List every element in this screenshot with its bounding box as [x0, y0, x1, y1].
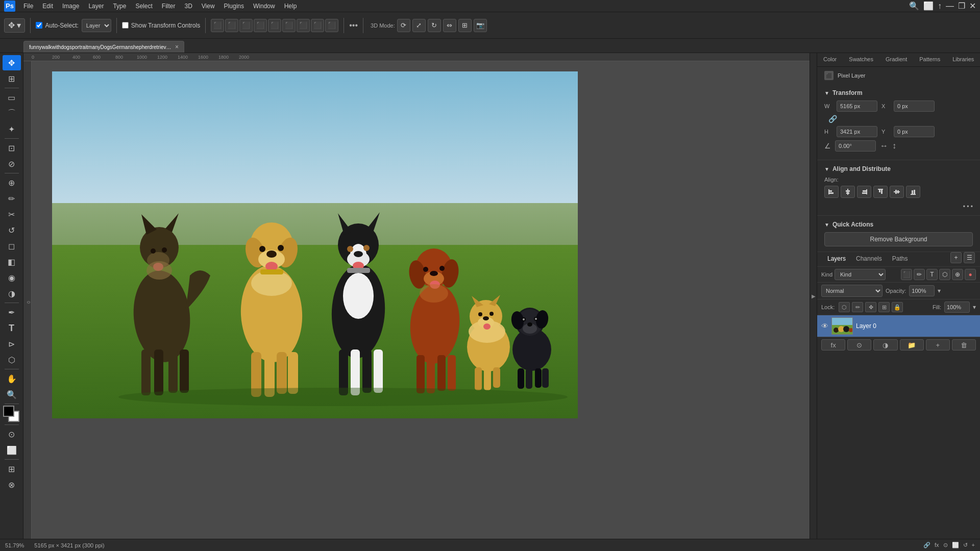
add-adjustment-btn[interactable]: ◑ — [873, 339, 897, 350]
filter-type-btn[interactable]: T — [926, 269, 938, 280]
tab-gradient[interactable]: Gradient — [879, 53, 913, 66]
extra-1-tool[interactable]: ⊗ — [3, 477, 21, 492]
layers-menu-button[interactable]: ☰ — [964, 252, 975, 263]
screen-mode-tool[interactable]: ⬜ — [3, 442, 21, 458]
move-tool-button[interactable]: ✥ ▾ — [4, 18, 25, 33]
lock-transparency-btn[interactable]: ⬡ — [839, 302, 850, 312]
paths-tab[interactable]: Paths — [887, 252, 913, 266]
eraser-tool[interactable]: ◻ — [3, 238, 21, 254]
link-icon[interactable]: 🔗 — [923, 542, 930, 548]
align-center-v-btn[interactable]: ⬛ — [268, 19, 281, 32]
width-input[interactable] — [837, 101, 877, 112]
channels-tab[interactable]: Channels — [851, 252, 887, 266]
show-transform-check[interactable]: Show Transform Controls — [122, 22, 200, 29]
move-tool[interactable]: ✥ — [3, 55, 21, 70]
align-left-edges-btn[interactable] — [824, 186, 839, 198]
zoom-tool[interactable]: 🔍 — [3, 387, 21, 402]
menu-view[interactable]: View — [198, 2, 219, 11]
menu-filter[interactable]: Filter — [158, 2, 180, 11]
document-tab[interactable]: funnywalkwithdogsportraitmanyDogsGermans… — [23, 41, 184, 53]
angle-input[interactable] — [835, 140, 876, 152]
flip-v-icon[interactable]: ↕ — [892, 141, 896, 151]
color-selector[interactable] — [3, 406, 20, 423]
align-bottom-btn[interactable]: ⬛ — [282, 19, 296, 32]
brush-tool[interactable]: ✏ — [3, 191, 21, 206]
layer-visibility-icon[interactable]: 👁 — [821, 322, 828, 330]
align-right-edges-btn[interactable] — [857, 186, 871, 198]
add-layer-icon[interactable]: + — [972, 542, 975, 548]
fx-icon[interactable]: fx — [935, 542, 939, 548]
3d-scale-btn[interactable]: ⊞ — [458, 19, 472, 32]
lock-position-btn[interactable]: ✥ — [865, 302, 876, 312]
menu-3d[interactable]: 3D — [180, 2, 196, 11]
gradient-tool[interactable]: ◧ — [3, 254, 21, 269]
pen-tool[interactable]: ✒ — [3, 305, 21, 320]
menu-image[interactable]: Image — [58, 2, 83, 11]
3d-pan-btn[interactable]: ⤢ — [412, 19, 426, 32]
lock-aspect-icon[interactable]: 🔗 — [828, 115, 837, 123]
layers-tab[interactable]: Layers — [822, 252, 851, 266]
frame-icon[interactable]: ⬜ — [952, 542, 959, 548]
fill-input[interactable] — [944, 302, 970, 313]
filter-smart-btn[interactable]: ⊕ — [952, 269, 963, 280]
shape-tool[interactable]: ⬡ — [3, 352, 21, 367]
path-select-tool[interactable]: ⊳ — [3, 336, 21, 352]
menu-file[interactable]: File — [19, 2, 37, 11]
delete-layer-btn[interactable]: 🗑 — [952, 339, 976, 350]
auto-select-check[interactable]: Auto-Select: — [36, 22, 78, 29]
eyedropper-tool[interactable]: ⊘ — [3, 156, 21, 171]
quick-actions-header[interactable]: ▼ Quick Actions — [824, 221, 973, 228]
layers-add-button[interactable]: + — [950, 252, 962, 263]
rotate-icon[interactable]: ↺ — [963, 542, 968, 548]
y-input[interactable] — [894, 126, 935, 137]
menu-edit[interactable]: Edit — [38, 2, 57, 11]
tab-close-button[interactable]: × — [175, 43, 179, 51]
marquee-rect-tool[interactable]: ▭ — [3, 90, 21, 105]
workspace-icon[interactable]: ⬜ — [923, 1, 934, 11]
auto-select-checkbox[interactable] — [36, 22, 42, 29]
lasso-tool[interactable]: ⌒ — [3, 106, 21, 121]
menu-window[interactable]: Window — [249, 2, 279, 11]
align-distribute-header[interactable]: ▼ Align and Distribute — [824, 165, 973, 172]
filter-pixel-btn[interactable]: ⬛ — [901, 269, 912, 280]
align-left-btn[interactable]: ⬛ — [211, 19, 224, 32]
dodge-tool[interactable]: ◑ — [3, 286, 21, 301]
fill-dropdown-icon[interactable]: ▾ — [973, 304, 976, 311]
tab-patterns[interactable]: Patterns — [913, 53, 946, 66]
history-brush-tool[interactable]: ↺ — [3, 222, 21, 238]
remove-background-button[interactable]: Remove Background — [824, 232, 973, 246]
add-style-btn[interactable]: fx — [821, 339, 845, 350]
menu-select[interactable]: Select — [131, 2, 156, 11]
opacity-input[interactable] — [909, 285, 935, 296]
distribute-extra-btn[interactable]: ⬛ — [325, 19, 338, 32]
lock-all-btn[interactable]: 🔒 — [892, 302, 903, 312]
crop-tool[interactable]: ⊡ — [3, 140, 21, 156]
filter-onoff-btn[interactable]: ● — [965, 269, 976, 280]
document-canvas[interactable] — [52, 71, 578, 418]
auto-select-dropdown[interactable]: Layer — [82, 19, 111, 32]
kind-filter-dropdown[interactable]: Kind — [835, 269, 886, 280]
opacity-dropdown-icon[interactable]: ▾ — [938, 287, 941, 294]
artboard-tool[interactable]: ⊞ — [3, 71, 21, 86]
menu-help[interactable]: Help — [280, 2, 301, 11]
lock-artboard-btn[interactable]: ⊞ — [878, 302, 890, 312]
close-icon[interactable]: ✕ — [969, 1, 976, 11]
3d-rotate-btn[interactable]: ⟳ — [397, 19, 410, 32]
menu-type[interactable]: Type — [109, 2, 130, 11]
lock-paint-btn[interactable]: ✏ — [852, 302, 863, 312]
tab-libraries[interactable]: Libraries — [946, 53, 980, 66]
menu-plugins[interactable]: Plugins — [220, 2, 248, 11]
quick-select-tool[interactable]: ✦ — [3, 121, 21, 137]
frame-tool[interactable]: ⊞ — [3, 461, 21, 477]
align-top-edges-btn[interactable] — [873, 186, 888, 198]
x-input[interactable] — [894, 101, 935, 112]
filter-adjust-btn[interactable]: ✏ — [914, 269, 925, 280]
new-group-btn[interactable]: 📁 — [900, 339, 924, 350]
align-center-h-btn[interactable]: ⬛ — [225, 19, 238, 32]
foreground-color[interactable] — [3, 406, 14, 417]
height-input[interactable] — [837, 126, 877, 137]
blur-tool[interactable]: ◉ — [3, 270, 21, 285]
align-bottom-edges-btn[interactable] — [906, 186, 920, 198]
align-horizontal-centers-btn[interactable] — [841, 186, 855, 198]
3d-slide-btn[interactable]: ⇔ — [443, 19, 456, 32]
